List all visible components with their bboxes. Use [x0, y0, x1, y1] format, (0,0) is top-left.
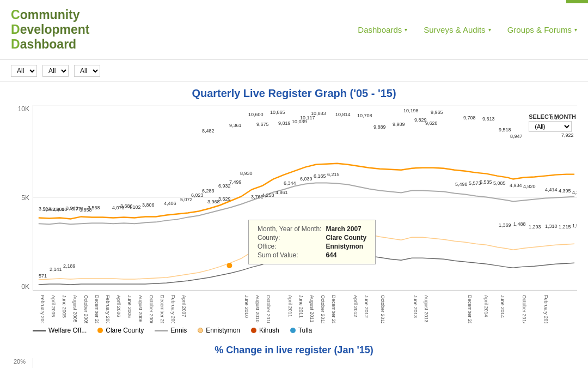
legend-clare: Clare County — [97, 327, 144, 334]
x-label-14: April 2007 — [181, 295, 187, 317]
filter-select-3[interactable]: All — [74, 65, 100, 77]
top-hint — [566, 0, 588, 3]
x-label-6: December 2005 — [94, 295, 100, 323]
x-label-9: June 2006 — [127, 295, 132, 318]
x-label-3: June 2005 — [62, 295, 67, 318]
chart-area: 10,600 10,865 10,883 10,814 10,708 10,19… — [33, 105, 577, 291]
x-label-1: February 2005 — [40, 295, 45, 323]
y-label-10k: 10K — [11, 105, 29, 113]
x-label-15: June 2010 — [244, 295, 249, 318]
tooltip-value-county: Clare County — [323, 233, 369, 242]
tooltip-label-sum: Sum of Value: — [255, 251, 323, 260]
legend-clare-circle — [97, 328, 103, 333]
legend-tulla-circle — [290, 328, 296, 333]
x-label-32: February 2015 — [543, 295, 549, 323]
logo: C ommunity D evelopment D ashboard — [11, 8, 89, 52]
header: C ommunity D evelopment D ashboard Dashb… — [0, 0, 588, 60]
x-label-26: June 2013 — [413, 295, 418, 318]
legend-ennistymon-label: Ennistymon — [206, 327, 240, 334]
filter-select-2[interactable]: All — [42, 65, 69, 77]
legend-welfare-label: Welfare Off... — [48, 327, 87, 334]
x-label-11: October 2006 — [149, 295, 154, 323]
select-month-label: SELECT MONTH — [529, 113, 576, 120]
legend-ennis-label: Ennis — [170, 327, 187, 334]
nav-dashboards[interactable]: Dashboards ▾ — [358, 25, 407, 34]
x-label-18: April 2011 — [287, 295, 293, 317]
x-label-24: June 2012 — [364, 295, 369, 318]
y-label-5k: 5K — [11, 194, 29, 202]
x-label-29: April 2014 — [483, 295, 489, 317]
legend-welfare: Welfare Off... — [33, 327, 87, 334]
tooltip-value-month: March 2007 — [323, 225, 369, 233]
month-dropdown[interactable]: (All) January February March — [529, 121, 572, 132]
x-label-12: December 2006 — [160, 295, 165, 323]
nav-surveys-chevron: ▾ — [488, 27, 491, 33]
main-content: Quarterly Live Register Graph ('05 - '15… — [0, 82, 588, 342]
x-label-31: October 2014 — [522, 295, 527, 323]
tooltip-value-office: Ennistymon — [323, 242, 369, 251]
tooltip-label-office: Office: — [255, 242, 323, 251]
chart-outer: 10K 5K 0K — [11, 105, 577, 323]
nav-dashboards-label: Dashboards — [358, 25, 402, 34]
nav-groups-label: Groups & Forums — [507, 25, 572, 34]
x-label-27: August 2013 — [424, 295, 429, 323]
y-label-0k: 0K — [11, 283, 29, 291]
tooltip-value-sum: 644 — [323, 251, 369, 260]
clare-county-line — [39, 164, 574, 219]
legend-kilrush-circle — [251, 328, 256, 333]
logo-line2: evelopment — [20, 22, 90, 37]
logo-line1: ommunity — [20, 8, 80, 22]
x-label-2: April 2005 — [51, 295, 56, 317]
legend-welfare-line — [33, 330, 46, 331]
legend-ennistymon: Ennistymon — [198, 327, 240, 334]
legend-kilrush-label: Kilrush — [259, 327, 279, 334]
x-label-20: August 2011 — [309, 295, 315, 323]
bottom-chart-outer: 20% — [11, 358, 577, 368]
legend-ennistymon-circle — [198, 328, 203, 333]
logo-c: C — [11, 8, 20, 22]
tooltip-label-county: County: — [255, 233, 323, 242]
y-axis: 10K 5K 0K — [11, 105, 32, 291]
logo-d2: D — [11, 37, 20, 52]
x-label-22: December 2011 — [331, 295, 336, 323]
nav-groups-chevron: ▾ — [574, 27, 577, 33]
x-label-8: April 2006 — [116, 295, 121, 317]
tooltip-anchor-dot — [227, 263, 232, 268]
logo-d1: D — [11, 22, 20, 37]
bottom-y-label: 20% — [14, 358, 26, 365]
logo-line3: ashboard — [20, 37, 77, 52]
bottom-chart-svg — [33, 358, 577, 368]
x-label-7: February 2006 — [105, 295, 111, 323]
x-label-10: August 2006 — [138, 295, 143, 323]
x-label-5: October 2005 — [83, 295, 89, 323]
filter-select-1[interactable]: All — [11, 65, 37, 77]
legend: Welfare Off... Clare County Ennis Ennist… — [11, 323, 577, 336]
legend-tulla-label: Tulla — [298, 327, 313, 334]
x-label-28: December 2013 — [467, 295, 473, 323]
nav-dashboards-chevron: ▾ — [405, 27, 407, 33]
x-label-30: June 2014 — [500, 295, 505, 318]
legend-tulla: Tulla — [290, 327, 313, 334]
nav-surveys[interactable]: Surveys & Audits ▾ — [424, 25, 491, 34]
select-month-area: SELECT MONTH (All) January February Marc… — [529, 113, 576, 132]
x-label-25: October 2012 — [380, 295, 385, 323]
legend-ennis: Ennis — [155, 327, 187, 334]
bottom-section: % Change in live register (Jan '15) 20% — [0, 342, 588, 368]
x-axis-svg: February 2005 April 2005 June 2005 Augus… — [33, 292, 577, 323]
x-label-17: October 2010 — [266, 295, 271, 323]
bottom-chart-title: % Change in live register (Jan '15) — [11, 345, 577, 356]
nav-groups[interactable]: Groups & Forums ▾ — [507, 25, 577, 34]
x-label-16: August 2010 — [255, 295, 260, 323]
x-label-13: February 2007 — [170, 295, 176, 323]
x-label-19: June 2011 — [298, 295, 304, 318]
x-label-21: October 2011 — [320, 295, 326, 323]
legend-clare-label: Clare County — [106, 327, 144, 334]
chart-title: Quarterly Live Register Graph ('05 - '15… — [11, 87, 577, 100]
x-label-4: August 2005 — [72, 295, 78, 323]
bottom-chart-area — [33, 358, 577, 368]
tooltip: Month, Year of Month: March 2007 County:… — [248, 220, 376, 264]
x-label-23: April 2012 — [353, 295, 358, 317]
x-axis-container: February 2005 April 2005 June 2005 Augus… — [33, 291, 577, 323]
nav-area: Dashboards ▾ Surveys & Audits ▾ Groups &… — [358, 25, 577, 34]
legend-kilrush: Kilrush — [251, 327, 279, 334]
